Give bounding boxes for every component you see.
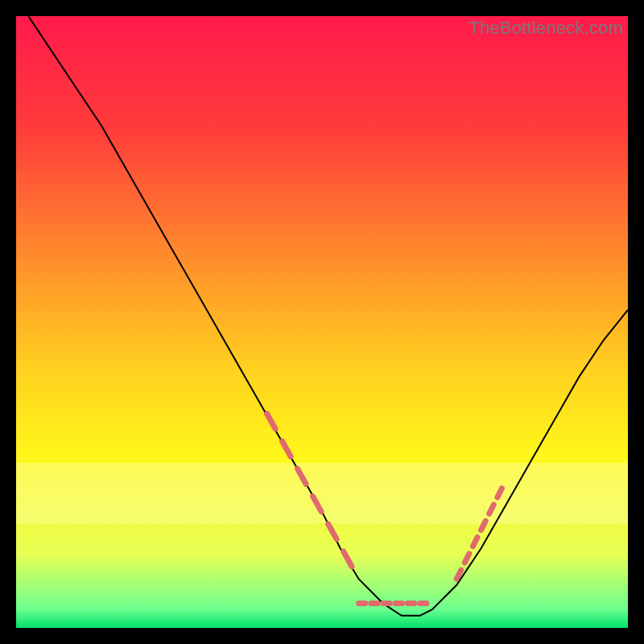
svg-line-17 [497, 489, 502, 497]
svg-line-16 [489, 505, 494, 514]
bottleneck-chart [16, 16, 628, 628]
highlight-band [16, 463, 628, 524]
svg-line-14 [473, 538, 477, 547]
svg-line-12 [456, 570, 461, 579]
watermark-text: TheBottleneck.com [469, 18, 623, 39]
chart-frame: TheBottleneck.com [16, 16, 628, 628]
svg-line-13 [464, 554, 469, 563]
svg-line-15 [481, 521, 486, 530]
gradient-background [16, 16, 628, 628]
